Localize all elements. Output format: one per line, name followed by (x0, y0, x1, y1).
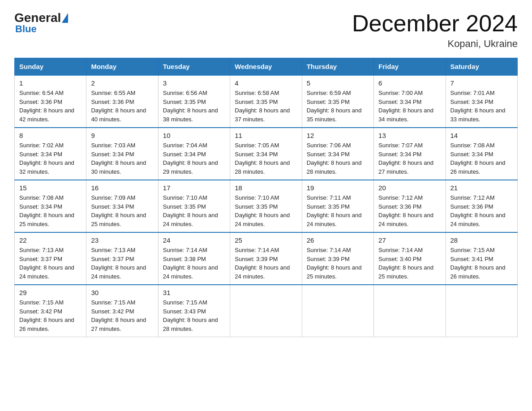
calendar-cell: 28Sunrise: 7:15 AMSunset: 3:41 PMDayligh… (446, 232, 517, 285)
calendar-cell: 16Sunrise: 7:09 AMSunset: 3:34 PMDayligh… (86, 180, 158, 232)
header-row: SundayMondayTuesdayWednesdayThursdayFrid… (15, 58, 518, 76)
calendar-cell: 13Sunrise: 7:07 AMSunset: 3:34 PMDayligh… (374, 128, 446, 180)
header-cell-thursday: Thursday (302, 58, 373, 76)
calendar-cell: 12Sunrise: 7:06 AMSunset: 3:34 PMDayligh… (302, 128, 373, 180)
day-number: 31 (163, 289, 225, 296)
day-info: Sunrise: 7:15 AMSunset: 3:42 PMDaylight:… (91, 298, 153, 333)
header-cell-tuesday: Tuesday (158, 58, 230, 76)
page-title: December 2024 (352, 11, 518, 36)
day-info: Sunrise: 6:59 AMSunset: 3:35 PMDaylight:… (307, 89, 369, 124)
calendar-cell: 1Sunrise: 6:54 AMSunset: 3:36 PMDaylight… (15, 75, 86, 128)
day-number: 5 (307, 79, 369, 87)
day-info: Sunrise: 7:14 AMSunset: 3:39 PMDaylight:… (235, 246, 297, 281)
day-number: 1 (19, 79, 82, 87)
day-number: 12 (307, 132, 369, 139)
calendar-cell: 11Sunrise: 7:05 AMSunset: 3:34 PMDayligh… (230, 128, 302, 180)
day-info: Sunrise: 7:14 AMSunset: 3:38 PMDaylight:… (163, 246, 225, 281)
calendar-cell (230, 285, 302, 337)
day-number: 11 (235, 132, 297, 139)
day-info: Sunrise: 7:01 AMSunset: 3:34 PMDaylight:… (450, 89, 513, 124)
day-info: Sunrise: 7:08 AMSunset: 3:34 PMDaylight:… (450, 141, 513, 176)
calendar-cell: 25Sunrise: 7:14 AMSunset: 3:39 PMDayligh… (230, 232, 302, 285)
calendar-cell: 2Sunrise: 6:55 AMSunset: 3:36 PMDaylight… (86, 75, 158, 128)
day-number: 7 (450, 79, 513, 87)
calendar-cell: 10Sunrise: 7:04 AMSunset: 3:34 PMDayligh… (158, 128, 230, 180)
day-number: 30 (91, 289, 153, 296)
day-number: 28 (450, 236, 513, 244)
day-info: Sunrise: 7:09 AMSunset: 3:34 PMDaylight:… (91, 193, 153, 228)
day-number: 6 (378, 79, 441, 87)
calendar-week-5: 29Sunrise: 7:15 AMSunset: 3:42 PMDayligh… (15, 285, 518, 337)
day-number: 8 (19, 132, 82, 139)
day-info: Sunrise: 7:10 AMSunset: 3:35 PMDaylight:… (235, 193, 297, 228)
header-cell-monday: Monday (86, 58, 158, 76)
day-number: 15 (19, 184, 82, 192)
day-info: Sunrise: 6:56 AMSunset: 3:35 PMDaylight:… (163, 89, 225, 124)
day-info: Sunrise: 6:58 AMSunset: 3:35 PMDaylight:… (235, 89, 297, 124)
logo-triangle-icon (62, 13, 68, 23)
calendar-cell: 15Sunrise: 7:08 AMSunset: 3:34 PMDayligh… (15, 180, 86, 232)
day-info: Sunrise: 7:14 AMSunset: 3:40 PMDaylight:… (378, 246, 441, 281)
day-number: 2 (91, 79, 153, 87)
calendar-cell: 19Sunrise: 7:11 AMSunset: 3:35 PMDayligh… (302, 180, 373, 232)
header-cell-sunday: Sunday (15, 58, 86, 76)
calendar-cell (446, 285, 517, 337)
day-number: 14 (450, 132, 513, 139)
calendar-week-2: 8Sunrise: 7:02 AMSunset: 3:34 PMDaylight… (15, 128, 518, 180)
day-info: Sunrise: 7:03 AMSunset: 3:34 PMDaylight:… (91, 141, 153, 176)
day-number: 3 (163, 79, 225, 87)
logo-blue-text: Blue (15, 23, 37, 35)
calendar-cell: 20Sunrise: 7:12 AMSunset: 3:36 PMDayligh… (374, 180, 446, 232)
logo: General Blue (14, 11, 68, 35)
calendar-cell: 7Sunrise: 7:01 AMSunset: 3:34 PMDaylight… (446, 75, 517, 128)
calendar-week-4: 22Sunrise: 7:13 AMSunset: 3:37 PMDayligh… (15, 232, 518, 285)
calendar-cell: 6Sunrise: 7:00 AMSunset: 3:34 PMDaylight… (374, 75, 446, 128)
calendar-table: SundayMondayTuesdayWednesdayThursdayFrid… (14, 58, 518, 337)
calendar-cell: 3Sunrise: 6:56 AMSunset: 3:35 PMDaylight… (158, 75, 230, 128)
header-cell-wednesday: Wednesday (230, 58, 302, 76)
header-cell-saturday: Saturday (446, 58, 517, 76)
day-number: 29 (19, 289, 82, 296)
day-info: Sunrise: 7:15 AMSunset: 3:41 PMDaylight:… (450, 246, 513, 281)
day-number: 18 (235, 184, 297, 192)
day-number: 25 (235, 236, 297, 244)
calendar-cell: 27Sunrise: 7:14 AMSunset: 3:40 PMDayligh… (374, 232, 446, 285)
calendar-cell: 24Sunrise: 7:14 AMSunset: 3:38 PMDayligh… (158, 232, 230, 285)
calendar-cell: 18Sunrise: 7:10 AMSunset: 3:35 PMDayligh… (230, 180, 302, 232)
calendar-week-1: 1Sunrise: 6:54 AMSunset: 3:36 PMDaylight… (15, 75, 518, 128)
calendar-cell: 14Sunrise: 7:08 AMSunset: 3:34 PMDayligh… (446, 128, 517, 180)
day-info: Sunrise: 6:54 AMSunset: 3:36 PMDaylight:… (19, 89, 82, 124)
day-number: 13 (378, 132, 441, 139)
day-number: 21 (450, 184, 513, 192)
calendar-cell (302, 285, 373, 337)
calendar-cell: 8Sunrise: 7:02 AMSunset: 3:34 PMDaylight… (15, 128, 86, 180)
day-info: Sunrise: 7:04 AMSunset: 3:34 PMDaylight:… (163, 141, 225, 176)
day-info: Sunrise: 6:55 AMSunset: 3:36 PMDaylight:… (91, 89, 153, 124)
calendar-week-3: 15Sunrise: 7:08 AMSunset: 3:34 PMDayligh… (15, 180, 518, 232)
day-info: Sunrise: 7:07 AMSunset: 3:34 PMDaylight:… (378, 141, 441, 176)
calendar-cell: 30Sunrise: 7:15 AMSunset: 3:42 PMDayligh… (86, 285, 158, 337)
day-info: Sunrise: 7:02 AMSunset: 3:34 PMDaylight:… (19, 141, 82, 176)
calendar-cell: 22Sunrise: 7:13 AMSunset: 3:37 PMDayligh… (15, 232, 86, 285)
day-info: Sunrise: 7:08 AMSunset: 3:34 PMDaylight:… (19, 193, 82, 228)
day-number: 4 (235, 79, 297, 87)
calendar-cell: 9Sunrise: 7:03 AMSunset: 3:34 PMDaylight… (86, 128, 158, 180)
day-info: Sunrise: 7:14 AMSunset: 3:39 PMDaylight:… (307, 246, 369, 281)
calendar-cell: 31Sunrise: 7:15 AMSunset: 3:43 PMDayligh… (158, 285, 230, 337)
day-number: 19 (307, 184, 369, 192)
day-info: Sunrise: 7:15 AMSunset: 3:43 PMDaylight:… (163, 298, 225, 333)
day-number: 26 (307, 236, 369, 244)
day-info: Sunrise: 7:15 AMSunset: 3:42 PMDaylight:… (19, 298, 82, 333)
day-number: 9 (91, 132, 153, 139)
day-info: Sunrise: 7:11 AMSunset: 3:35 PMDaylight:… (307, 193, 369, 228)
day-info: Sunrise: 7:13 AMSunset: 3:37 PMDaylight:… (19, 246, 82, 281)
day-info: Sunrise: 7:12 AMSunset: 3:36 PMDaylight:… (450, 193, 513, 228)
day-number: 16 (91, 184, 153, 192)
day-info: Sunrise: 7:10 AMSunset: 3:35 PMDaylight:… (163, 193, 225, 228)
calendar-cell: 17Sunrise: 7:10 AMSunset: 3:35 PMDayligh… (158, 180, 230, 232)
day-number: 17 (163, 184, 225, 192)
day-number: 23 (91, 236, 153, 244)
calendar-cell: 21Sunrise: 7:12 AMSunset: 3:36 PMDayligh… (446, 180, 517, 232)
calendar-cell: 29Sunrise: 7:15 AMSunset: 3:42 PMDayligh… (15, 285, 86, 337)
day-number: 27 (378, 236, 441, 244)
